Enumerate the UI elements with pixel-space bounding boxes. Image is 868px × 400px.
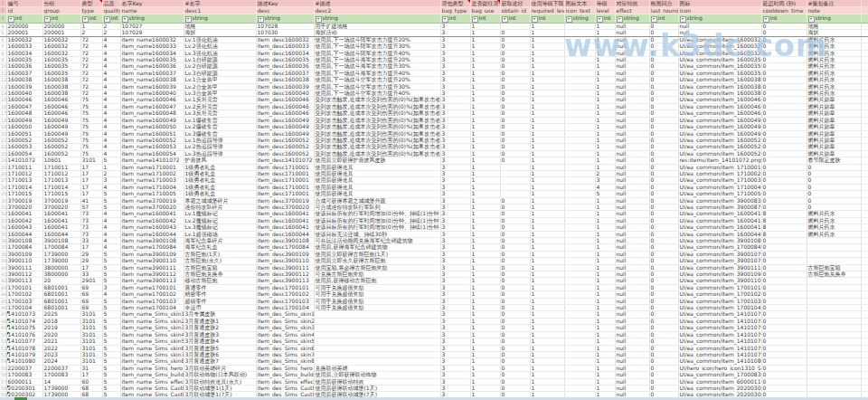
cell-quality[interactable]: 4 bbox=[102, 238, 120, 244]
empty-cell[interactable] bbox=[861, 331, 868, 338]
cell-desc_cn[interactable]: 使该目标所有的行军时间增加(0)分钟、持续(1)分钟 bbox=[314, 217, 440, 224]
cell-type[interactable]: 72 bbox=[80, 57, 102, 63]
filter-dropdown-icon[interactable]: ▾ bbox=[442, 16, 448, 23]
cell-obtain_id[interactable]: 0 bbox=[500, 77, 530, 83]
cell-type[interactable]: 69 bbox=[80, 291, 102, 298]
cell-type[interactable]: 3101 bbox=[80, 325, 102, 331]
cell-last_round[interactable]: 0 bbox=[649, 30, 678, 36]
cell-bag_type[interactable]: 3 bbox=[440, 24, 470, 30]
cell-icon_text[interactable] bbox=[564, 24, 595, 30]
cell-quality[interactable]: 5 bbox=[102, 325, 120, 331]
cell-obtain_id[interactable]: 0 bbox=[500, 345, 530, 351]
cell-name_key[interactable]: item_name_Sims_hero bbox=[120, 365, 184, 371]
cell-required_level[interactable]: 1 bbox=[530, 258, 564, 264]
cell-type[interactable]: 1 bbox=[80, 24, 102, 30]
cell-desc_key[interactable]: item_desc1600039 bbox=[256, 83, 314, 90]
cell-icon[interactable]: UI/ea_common/item_1600046 bbox=[678, 97, 761, 103]
cell-bag_type[interactable]: 3 bbox=[440, 191, 470, 197]
empty-cell[interactable] bbox=[861, 117, 868, 123]
cell-group[interactable]: 6801001 bbox=[42, 284, 80, 290]
cell-id[interactable]: 1600038 bbox=[6, 77, 42, 83]
cell-note[interactable]: 燃料片勋章 bbox=[807, 117, 861, 123]
cell-last_round[interactable]: 0 bbox=[649, 325, 678, 331]
cell-bag_type[interactable]: 3 bbox=[440, 365, 470, 371]
cell-quality[interactable]: 4 bbox=[102, 90, 120, 97]
cell-required_level[interactable]: 1 bbox=[530, 90, 564, 97]
cell-quality[interactable]: 5 bbox=[102, 311, 120, 318]
col-type-name_key[interactable]: ▾string bbox=[120, 14, 184, 24]
empty-cell[interactable] bbox=[861, 170, 868, 176]
cell-obtain_id[interactable]: 0 bbox=[500, 365, 530, 371]
cell-group[interactable]: 14 bbox=[42, 378, 80, 385]
cell-bag_type[interactable]: 3 bbox=[440, 264, 470, 271]
cell-id[interactable]: 1700083 bbox=[6, 372, 42, 378]
cell-desc_key[interactable]: item_desc3900113 bbox=[256, 278, 314, 284]
cell-last_round[interactable]: 0 bbox=[649, 251, 678, 257]
cell-icon[interactable]: UI/ea_common/item_1700102 bbox=[678, 291, 761, 298]
cell-desc_key[interactable]: item_desc1700101 bbox=[256, 284, 314, 290]
col-type-cooldown_time[interactable]: ▾int bbox=[761, 14, 807, 24]
cell-icon[interactable]: UI/ea_common/item_14101074 bbox=[678, 318, 761, 324]
cell-effect[interactable]: null bbox=[615, 144, 649, 150]
cell-level[interactable]: 1 bbox=[595, 164, 615, 170]
cell-name_key[interactable]: item_name1710003 bbox=[120, 177, 184, 184]
empty-cell[interactable] bbox=[861, 258, 868, 264]
cell-icon_text[interactable] bbox=[564, 77, 595, 83]
row-number[interactable]: 22 bbox=[0, 144, 6, 150]
cell-last_round[interactable]: 0 bbox=[649, 97, 678, 103]
cell-icon_text[interactable] bbox=[564, 57, 595, 63]
cell-quality[interactable]: 4 bbox=[102, 150, 120, 157]
cell-quality[interactable]: 5 bbox=[102, 338, 120, 345]
cell-bag_type[interactable]: 3 bbox=[440, 211, 470, 217]
cell-cooldown_time[interactable]: 8 bbox=[761, 211, 807, 217]
cell-desc_cn[interactable]: 使用后,获得移动古斯巨炮 bbox=[314, 278, 440, 284]
cell-desc_cn[interactable]: 使用后,下一场战斗空军攻击力提升30% bbox=[314, 83, 440, 90]
cell-bag_use[interactable]: 1 bbox=[470, 43, 500, 50]
cell-desc_key[interactable]: item_des_Sims_skin6 bbox=[256, 345, 314, 351]
cell-group[interactable]: 3700020 bbox=[42, 204, 80, 210]
cell-quality[interactable]: 5 bbox=[102, 358, 120, 365]
cell-required_level[interactable]: 1 bbox=[530, 264, 564, 271]
cell-icon[interactable]: UI/ea_common/item_3900083 bbox=[678, 197, 761, 204]
cell-cooldown_time[interactable]: 8 bbox=[761, 217, 807, 224]
cell-name_cn[interactable]: 1级勇者礼盒 bbox=[184, 177, 256, 184]
cell-note[interactable]: 0 bbox=[807, 191, 861, 197]
cell-cooldown_time[interactable]: 0 bbox=[761, 170, 807, 176]
empty-cell[interactable] bbox=[861, 24, 868, 30]
cell-name_cn[interactable]: Lv.3热追踪导弹 bbox=[184, 150, 256, 157]
cell-note[interactable] bbox=[807, 284, 861, 290]
col-type-type[interactable]: ▾int bbox=[80, 14, 102, 24]
cell-name_key[interactable]: item_name1600040 bbox=[120, 90, 184, 97]
cell-bag_use[interactable]: 1 bbox=[470, 318, 500, 324]
cell-cooldown_time[interactable]: 0 bbox=[761, 191, 807, 197]
cell-level[interactable]: 1 bbox=[595, 271, 615, 278]
cell-required_level[interactable]: 1 bbox=[530, 217, 564, 224]
cell-id[interactable]: 1710012 bbox=[6, 170, 42, 176]
cell-name_cn[interactable]: Lv.1热追踪导弹 bbox=[184, 137, 256, 143]
cell-type[interactable]: 75 bbox=[80, 150, 102, 157]
filter-dropdown-icon[interactable]: ▾ bbox=[566, 16, 572, 23]
cell-icon_text[interactable] bbox=[564, 103, 595, 110]
cell-level[interactable]: 1 bbox=[595, 97, 615, 103]
col-header-bag_type[interactable]: 背包类型 bbox=[440, 0, 470, 7]
cell-desc_cn[interactable]: 使用后,下一场战斗空军攻击力提升20% bbox=[314, 77, 440, 83]
cell-name_cn[interactable]: Lv.1爆破鱼雷 bbox=[184, 117, 256, 123]
cell-bag_use[interactable]: 1 bbox=[470, 358, 500, 365]
cell-icon[interactable]: UI/ea_common/item_3900107 bbox=[678, 251, 761, 257]
cell-cooldown_time[interactable]: 0 bbox=[761, 331, 807, 338]
empty-cell[interactable] bbox=[861, 238, 868, 244]
cell-icon_text[interactable] bbox=[564, 284, 595, 290]
cell-required_level[interactable]: 1 bbox=[530, 24, 564, 30]
cell-effect[interactable]: null bbox=[615, 110, 649, 117]
cell-level[interactable]: 1 bbox=[595, 298, 615, 304]
cell-name_cn[interactable]: 普通零件 bbox=[184, 284, 256, 290]
cell-name_cn[interactable]: Lv.2强化机油 bbox=[184, 43, 256, 50]
row-number[interactable]: 50 bbox=[0, 331, 6, 338]
cell-required_level[interactable]: 1 bbox=[530, 338, 564, 345]
empty-cell[interactable] bbox=[861, 244, 868, 251]
row-number[interactable]: 54 bbox=[0, 358, 6, 365]
cell-bag_use[interactable]: 1 bbox=[470, 97, 500, 103]
cell-name_cn[interactable]: Lv.1魔镜标记 bbox=[184, 211, 256, 217]
cell-obtain_id[interactable]: 0 bbox=[500, 217, 530, 224]
cell-group[interactable]: 3700019 bbox=[42, 197, 80, 204]
